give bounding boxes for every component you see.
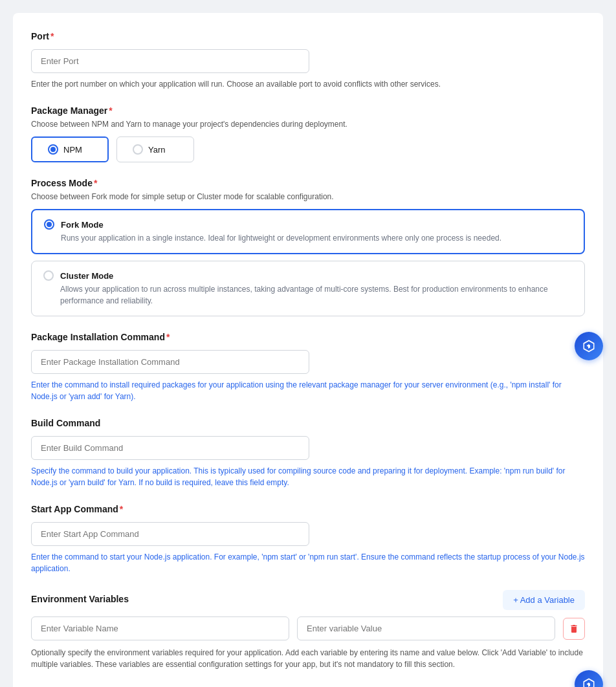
pkg-install-label: Package Installation Command* <box>31 332 585 342</box>
env-header: Environment Variables + Add a Variable <box>31 590 585 610</box>
env-name-input[interactable] <box>31 616 289 640</box>
package-manager-section: Package Manager* Choose between NPM and … <box>31 105 585 162</box>
env-vars-hint: Optionally specify the environment varia… <box>31 647 585 670</box>
build-command-hint: Specify the command to build your applic… <box>31 465 585 488</box>
package-manager-hint: Choose between NPM and Yarn to manage yo… <box>31 118 585 130</box>
pkg-install-input[interactable] <box>31 350 309 374</box>
package-manager-npm[interactable]: NPM <box>31 136 109 162</box>
process-mode-label: Process Mode* <box>31 178 585 188</box>
delete-variable-button[interactable] <box>563 618 585 640</box>
cluster-radio <box>43 270 54 281</box>
build-command-label: Build Command <box>31 418 585 428</box>
start-app-label: Start App Command* <box>31 504 585 514</box>
npm-label: NPM <box>63 145 82 155</box>
fork-mode-card[interactable]: Fork Mode Runs your application in a sin… <box>31 209 585 254</box>
cluster-desc: Allows your application to run across mu… <box>60 283 573 307</box>
package-install-float-icon <box>575 332 603 360</box>
port-hint: Enter the port number on which your appl… <box>31 78 585 90</box>
env-inputs-row <box>31 616 585 640</box>
add-variable-button[interactable]: + Add a Variable <box>503 590 585 610</box>
yarn-radio <box>133 144 143 155</box>
port-label: Port* <box>31 31 585 41</box>
fork-label: Fork Mode <box>61 220 104 230</box>
cluster-mode-card[interactable]: Cluster Mode Allows your application to … <box>31 261 585 316</box>
package-install-section: Package Installation Command* Enter the … <box>31 332 585 402</box>
trash-icon <box>569 624 579 634</box>
env-vars-label: Environment Variables <box>31 594 129 604</box>
cluster-label: Cluster Mode <box>60 271 113 281</box>
process-mode-section: Process Mode* Choose between Fork mode f… <box>31 178 585 316</box>
package-manager-yarn[interactable]: Yarn <box>116 136 194 162</box>
start-app-section: Start App Command* Enter the command to … <box>31 504 585 574</box>
env-vars-float-icon <box>575 670 603 687</box>
port-section: Port* Enter the port number on which you… <box>31 31 585 90</box>
npm-radio <box>48 144 58 155</box>
port-input[interactable] <box>31 49 309 73</box>
process-mode-hint: Choose between Fork mode for simple setu… <box>31 191 585 202</box>
build-command-input[interactable] <box>31 436 309 460</box>
package-manager-options: NPM Yarn <box>31 136 585 162</box>
build-command-section: Build Command Specify the command to bui… <box>31 418 585 488</box>
start-app-input[interactable] <box>31 522 309 546</box>
env-vars-section: Environment Variables + Add a Variable O… <box>31 590 585 670</box>
yarn-label: Yarn <box>148 145 166 155</box>
env-value-input[interactable] <box>297 616 555 640</box>
fork-desc: Runs your application in a single instan… <box>61 232 572 244</box>
pkg-install-hint: Enter the command to install required pa… <box>31 379 585 402</box>
cube-icon-2 <box>581 677 597 687</box>
start-app-hint: Enter the command to start your Node.js … <box>31 551 585 574</box>
fork-radio <box>44 219 54 230</box>
cube-icon <box>581 338 597 354</box>
package-manager-label: Package Manager* <box>31 105 585 116</box>
main-form: Port* Enter the port number on which you… <box>13 13 603 687</box>
